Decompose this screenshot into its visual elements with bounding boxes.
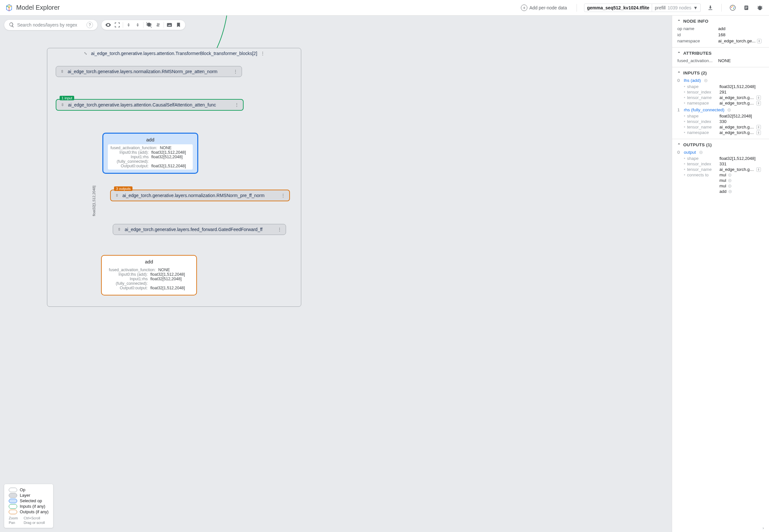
layer-rmsnorm-pre-ff[interactable]: 3 outputs ⇳ ai_edge_torch.generative.lay… bbox=[110, 190, 290, 201]
legend-selected: Selected op bbox=[20, 498, 42, 503]
model-name-selector[interactable]: gemma_seq512_kv1024.tflite bbox=[584, 4, 652, 12]
expand-value-button[interactable]: ⇳ bbox=[756, 167, 761, 172]
svg-rect-7 bbox=[745, 7, 748, 8]
expand-value-button[interactable]: ⇳ bbox=[756, 101, 761, 105]
svg-point-21 bbox=[730, 185, 730, 186]
op-title: add bbox=[108, 137, 193, 142]
section-outputs: ⌃OUTPUTS (1) 0outputshapefloat32[1,512,2… bbox=[672, 139, 769, 198]
expand-value-button[interactable]: ⇳ bbox=[756, 130, 761, 135]
svg-point-23 bbox=[730, 191, 730, 192]
expand-icon[interactable]: ⇳ bbox=[117, 227, 121, 232]
search-input[interactable] bbox=[17, 22, 84, 28]
bug-icon[interactable] bbox=[756, 4, 764, 12]
section-header-inputs[interactable]: ⌃INPUTS (2) bbox=[677, 71, 764, 75]
legend-pan-hint: Drag or scroll bbox=[24, 521, 49, 525]
input-link[interactable]: rhs (fully_connected) bbox=[684, 107, 724, 112]
node-count-label: 1039 nodes bbox=[668, 5, 691, 10]
more-icon[interactable]: ⋮ bbox=[281, 193, 285, 198]
plus-circle-icon: + bbox=[521, 5, 527, 11]
layers-off-icon[interactable] bbox=[145, 21, 152, 28]
output-link[interactable]: output bbox=[684, 150, 696, 155]
app-header: Model Explorer + Add per-node data gemma… bbox=[0, 0, 769, 16]
scroll-right-icon[interactable]: › bbox=[763, 526, 768, 531]
svg-point-13 bbox=[729, 109, 730, 110]
canvas[interactable]: ? bbox=[0, 16, 672, 532]
expand-all-icon[interactable] bbox=[125, 21, 132, 28]
expand-value-button[interactable]: ⇳ bbox=[757, 39, 762, 43]
section-header-attributes[interactable]: ⌃ATTRIBUTES bbox=[677, 51, 764, 56]
badge-outputs: 3 outputs bbox=[114, 186, 132, 191]
svg-point-19 bbox=[730, 180, 730, 181]
svg-point-4 bbox=[733, 8, 734, 9]
op-add-output[interactable]: add fused_activation_function:NONEInput0… bbox=[101, 255, 197, 295]
locate-icon[interactable] bbox=[699, 150, 703, 155]
layer-label: ai_edge_torch.generative.layers.attentio… bbox=[68, 102, 216, 107]
locate-icon[interactable] bbox=[728, 173, 732, 177]
notes-icon[interactable] bbox=[742, 4, 750, 12]
image-icon[interactable] bbox=[166, 21, 173, 28]
layer-label: ai_edge_torch.generative.layers.normaliz… bbox=[122, 193, 265, 198]
layer-causal-self-attention[interactable]: 1 input ⇳ ai_edge_torch.generative.layer… bbox=[56, 99, 244, 111]
layer-gated-feedforward[interactable]: ⇳ ai_edge_torch.generative.layers.feed_f… bbox=[113, 224, 286, 235]
svg-rect-9 bbox=[167, 23, 172, 27]
app-logo: Model Explorer bbox=[5, 4, 60, 12]
legend-zoom-hint: Ctrl+Scroll bbox=[24, 516, 49, 520]
edge-label: float32[1,512,2048] bbox=[92, 186, 96, 216]
app-title: Model Explorer bbox=[16, 4, 60, 11]
sort-icon[interactable] bbox=[154, 21, 161, 28]
input-link[interactable]: lhs (add) bbox=[684, 78, 701, 83]
collapse-icon[interactable]: ⤡ bbox=[83, 51, 88, 56]
locate-icon[interactable] bbox=[728, 178, 732, 183]
expand-icon[interactable]: ⇳ bbox=[60, 69, 64, 74]
fit-screen-icon[interactable] bbox=[114, 21, 121, 28]
expand-value-button[interactable]: ⇳ bbox=[756, 95, 761, 100]
legend-outputs: Outputs (if any) bbox=[20, 509, 49, 514]
section-node-info: ⌃NODE INFO op nameaddid168namespaceai_ed… bbox=[672, 16, 769, 48]
logo-icon bbox=[5, 4, 13, 12]
locate-icon[interactable] bbox=[704, 78, 708, 83]
collapse-all-icon[interactable] bbox=[134, 21, 141, 28]
op-title: add bbox=[106, 259, 192, 264]
dropdown-icon: ▼ bbox=[693, 5, 698, 10]
op-add-selected[interactable]: add fused_activation_function:NONEInput0… bbox=[102, 133, 198, 174]
locate-icon[interactable] bbox=[727, 108, 731, 112]
locate-icon[interactable] bbox=[728, 189, 732, 194]
legend-inputs: Inputs (if any) bbox=[20, 504, 45, 509]
svg-point-15 bbox=[700, 152, 701, 152]
download-icon[interactable] bbox=[707, 4, 714, 12]
side-panel: ⌃NODE INFO op nameaddid168namespaceai_ed… bbox=[672, 16, 769, 532]
submodel-label: prefill bbox=[655, 5, 665, 10]
op-attrs-table: fused_activation_function:NONEInput0:lhs… bbox=[108, 144, 193, 170]
legend-zoom-label: Zoom bbox=[9, 516, 20, 520]
help-icon[interactable]: ? bbox=[86, 22, 93, 28]
section-inputs: ⌃INPUTS (2) 0lhs (add)shapefloat32[1,512… bbox=[672, 67, 769, 139]
legend: Op Layer Selected op Inputs (if any) Out… bbox=[4, 484, 53, 528]
expand-value-button[interactable]: ⇳ bbox=[756, 125, 761, 129]
layer-label: ai_edge_torch.generative.layers.normaliz… bbox=[68, 69, 217, 74]
svg-point-2 bbox=[732, 6, 733, 7]
svg-point-11 bbox=[705, 80, 706, 81]
expand-icon[interactable]: ⇳ bbox=[115, 193, 119, 198]
svg-point-3 bbox=[733, 6, 734, 7]
more-icon[interactable]: ⋮ bbox=[233, 69, 238, 74]
container-title: ai_edge_torch.generative.layers.attentio… bbox=[91, 51, 257, 56]
locate-icon[interactable] bbox=[728, 184, 732, 188]
more-icon[interactable]: ⋮ bbox=[261, 51, 265, 56]
svg-rect-6 bbox=[745, 6, 748, 7]
search-box[interactable]: ? bbox=[4, 19, 98, 30]
expand-icon[interactable]: ⇳ bbox=[60, 103, 65, 107]
section-header-node-info[interactable]: ⌃NODE INFO bbox=[677, 19, 764, 24]
more-icon[interactable]: ⋮ bbox=[235, 102, 239, 107]
layer-label: ai_edge_torch.generative.layers.feed_for… bbox=[125, 227, 262, 232]
more-icon[interactable]: ⋮ bbox=[277, 227, 282, 232]
layer-rmsnorm-pre-atten[interactable]: ⇳ ai_edge_torch.generative.layers.normal… bbox=[56, 66, 242, 77]
visibility-icon[interactable] bbox=[105, 21, 112, 28]
svg-point-1 bbox=[731, 6, 732, 7]
section-attributes: ⌃ATTRIBUTES fused_activation...NONE bbox=[672, 48, 769, 67]
palette-icon[interactable] bbox=[729, 4, 737, 12]
svg-point-17 bbox=[730, 174, 730, 175]
submodel-selector[interactable]: prefill 1039 nodes ▼ bbox=[652, 4, 701, 12]
add-per-node-data-button[interactable]: + Add per-node data bbox=[518, 3, 569, 12]
section-header-outputs[interactable]: ⌃OUTPUTS (1) bbox=[677, 142, 764, 147]
bookmark-icon[interactable] bbox=[175, 21, 182, 28]
